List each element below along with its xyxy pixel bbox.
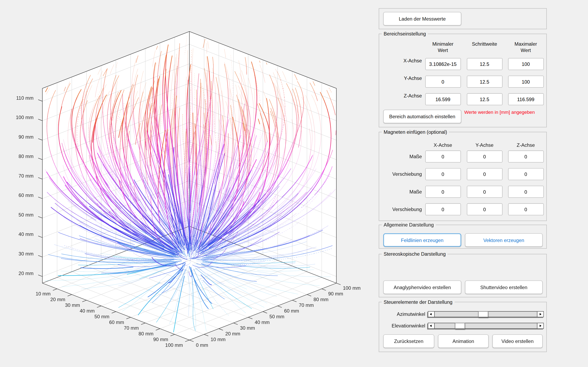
range-settings-panel: Bereichseinstellung Minimaler WertSchrit… <box>379 34 547 127</box>
value-field[interactable] <box>467 150 502 162</box>
value-field[interactable] <box>467 203 502 215</box>
column-header: Z-Achse <box>517 142 535 148</box>
elevation-slider[interactable] <box>428 323 544 329</box>
row-label: Verschiebung <box>379 207 422 212</box>
magnets-title: Magneten einfügen (optional) <box>382 129 449 135</box>
range-settings-title: Bereichseinstellung <box>382 31 428 37</box>
animation-button[interactable]: Animation <box>438 334 489 348</box>
azimuth-slider[interactable] <box>428 311 544 317</box>
row-label: Verschiebung <box>379 171 422 177</box>
anaglyph-video-button[interactable]: Anaglyphenvideo erstellen <box>383 281 461 294</box>
value-field[interactable] <box>467 93 502 105</box>
stereoscopic-title: Stereoskopische Darstellung <box>382 251 448 257</box>
general-display-panel: Allgemeine Darstellung Feldlinien erzeug… <box>379 225 547 249</box>
shutter-video-button[interactable]: Shuttervideo erstellen <box>465 281 543 294</box>
value-field[interactable] <box>425 76 461 88</box>
value-field[interactable] <box>508 168 544 180</box>
azimuth-label: Azimutwinkel <box>379 311 425 317</box>
value-field[interactable] <box>467 58 502 70</box>
value-field[interactable] <box>508 186 544 198</box>
create-field-lines-button[interactable]: Feldlinien erzeugen <box>383 233 461 247</box>
row-label: Maße <box>379 154 422 159</box>
value-field[interactable] <box>467 186 502 198</box>
column-header: Schrittweite <box>472 41 497 47</box>
stereoscopic-panel: Stereoskopische Darstellung Anaglyphenvi… <box>379 254 547 297</box>
view-controls-title: Steuerelemente der Darstellung <box>382 299 454 305</box>
units-note: Werte werden in [mm] angegeben <box>464 110 535 115</box>
elevation-label: Elevationwinkel <box>379 323 425 329</box>
column-header: X-Achse <box>434 142 452 148</box>
azimuth-slider-right-arrow[interactable] <box>537 312 543 317</box>
value-field[interactable] <box>467 168 502 180</box>
azimuth-slider-left-arrow[interactable] <box>428 312 435 317</box>
value-field[interactable] <box>467 76 502 88</box>
row-label: X-Achse <box>379 58 422 64</box>
create-vectors-button[interactable]: Vektoren erzeugen <box>465 233 543 247</box>
value-field[interactable] <box>425 168 461 180</box>
value-field[interactable] <box>508 93 544 105</box>
row-label: Z-Achse <box>379 93 422 99</box>
column-header: Maximaler Wert <box>515 41 537 53</box>
create-video-button[interactable]: Video erstellen <box>493 334 543 348</box>
value-field[interactable] <box>425 203 461 215</box>
value-field[interactable] <box>425 58 461 70</box>
right-arrow-icon <box>540 313 541 315</box>
azimuth-slider-thumb[interactable] <box>478 311 488 317</box>
left-arrow-icon <box>430 325 432 327</box>
load-measurements-button[interactable]: Laden der Messwerte <box>383 12 461 25</box>
view-controls-panel: Steuerelemente der Darstellung Azimutwin… <box>379 302 547 352</box>
load-panel: Laden der Messwerte <box>379 8 547 29</box>
auto-range-button[interactable]: Bereich automatisch einstellen <box>383 110 461 123</box>
row-label: Y-Achse <box>379 75 422 81</box>
value-field[interactable] <box>508 58 544 70</box>
value-field[interactable] <box>508 76 544 88</box>
value-field[interactable] <box>425 93 461 105</box>
elevation-slider-thumb[interactable] <box>455 323 465 329</box>
column-header: Y-Achse <box>476 142 493 148</box>
column-header: Minimaler Wert <box>432 41 453 53</box>
row-label: Maße <box>379 189 422 195</box>
elevation-slider-right-arrow[interactable] <box>537 323 543 328</box>
general-display-title: Allgemeine Darstellung <box>382 222 436 228</box>
right-arrow-icon <box>540 325 541 327</box>
value-field[interactable] <box>508 150 544 162</box>
value-field[interactable] <box>425 186 461 198</box>
value-field[interactable] <box>508 203 544 215</box>
elevation-slider-left-arrow[interactable] <box>428 323 435 328</box>
reset-button[interactable]: Zurücksetzen <box>383 334 434 348</box>
value-field[interactable] <box>425 150 461 162</box>
left-arrow-icon <box>430 313 432 315</box>
magnets-panel: Magneten einfügen (optional) X-AchseY-Ac… <box>379 132 547 221</box>
